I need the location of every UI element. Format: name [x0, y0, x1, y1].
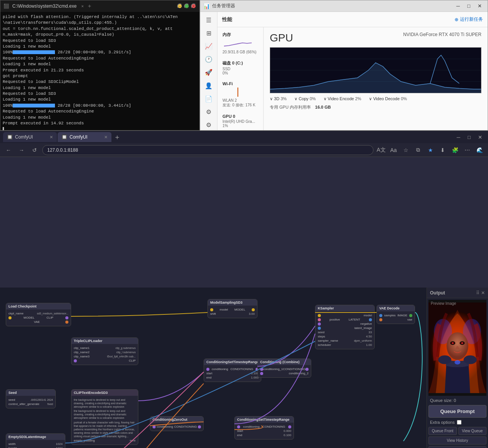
- cmd-line-14: Requested to load SD3: [3, 91, 197, 97]
- tab-2-label: ComfyUI: [70, 134, 88, 140]
- browser-window: 🔲 ComfyUI ✕ 🔲 ComfyUI ✕ ＋ ─ □ ✕ ← → ↺ A文…: [0, 131, 488, 448]
- browser-forward-btn[interactable]: →: [16, 145, 27, 155]
- node-triple-clip-loader[interactable]: TripleCLIPLoader clip_name1 clip_g subme…: [71, 337, 138, 365]
- taskmanager-perf-item-wifi[interactable]: Wi-Fi WLAN 2 发送: 0 接收: 176 K: [217, 78, 263, 111]
- queue-front-button[interactable]: Queue Front: [428, 427, 457, 435]
- gpu-stat-video-encode: ∨ Video Encode 2%: [324, 96, 361, 101]
- browser-downloads-btn[interactable]: ⬇: [437, 145, 448, 155]
- browser-favorites-btn[interactable]: ☆: [400, 145, 411, 155]
- node-empty-sd3-latent[interactable]: EmptySD3LatentImage width 1024 height 10…: [6, 433, 65, 448]
- tab-1-label: ComfyUI: [15, 134, 33, 140]
- wifi-sparkline: [222, 88, 253, 97]
- output-close-icon[interactable]: ✕: [481, 290, 485, 296]
- taskmanager-run-task[interactable]: ⊕ 运行新任务: [455, 16, 483, 23]
- browser-maximize-btn[interactable]: □: [464, 133, 474, 141]
- browser-more-btn[interactable]: ⋯: [462, 145, 473, 155]
- view-history-button[interactable]: View History: [428, 436, 486, 445]
- taskmanager-title: 任务管理器: [212, 3, 235, 9]
- extra-options-checkbox[interactable]: [457, 420, 461, 425]
- cmd-line-10: Prompt executed in 21.23 seconds: [3, 68, 197, 73]
- browser-tabs: 🔲 ComfyUI ✕ 🔲 ComfyUI ✕ ＋: [3, 132, 453, 142]
- browser-tab-2[interactable]: 🔲 ComfyUI ✕: [58, 132, 111, 142]
- taskmanager-perf-item-memory[interactable]: 内存 20.9/31.8 GB (66%): [217, 29, 263, 57]
- cmd-title: C:\Windows\system32\cmd.exe: [12, 3, 76, 9]
- comfy-canvas[interactable]: Load Checkpoint ckpt_name sd3_medium_saf…: [0, 288, 488, 448]
- taskmanager-sidebar-services[interactable]: ⚙: [203, 107, 215, 117]
- save-button[interactable]: Save: [428, 446, 486, 448]
- taskmanager-window: 📊 任务管理器 ─ □ ✕ ☰ ⊞ 📈 🕐 🚀 👤 📄 ⚙ ⚙ 性能 ⊕: [200, 0, 488, 131]
- cmd-line-18: Loading 1 new model: [3, 115, 197, 121]
- cmd-tab-close[interactable]: ×: [81, 4, 83, 8]
- taskmanager-sidebar-details[interactable]: 📄: [203, 94, 215, 104]
- output-drag-icon[interactable]: ⠿: [476, 290, 480, 296]
- browser-tab-1[interactable]: 🔲 ComfyUI ✕: [3, 132, 57, 142]
- cmd-titlebar: ⬛ C:\Windows\system32\cmd.exe × ＋ ─ □ ×: [0, 0, 199, 12]
- browser-titlebar-controls: ─ □ ✕: [453, 133, 485, 141]
- browser-url-bar[interactable]: [42, 145, 373, 155]
- cmd-line-8: Requested to load AutoencodingEngine: [3, 56, 197, 61]
- svg-point-16: [455, 360, 460, 364]
- new-tab-button[interactable]: ＋: [112, 132, 122, 142]
- taskmanager-sidebar-perf[interactable]: 📈: [203, 41, 215, 51]
- queue-prompt-button[interactable]: Queue Prompt: [428, 405, 486, 418]
- taskmanager-maximize-btn[interactable]: □: [464, 2, 474, 10]
- tab-1-close[interactable]: ✕: [50, 135, 53, 140]
- browser-reader-btn[interactable]: Aa: [388, 145, 399, 155]
- cmd-close-btn[interactable]: ×: [191, 3, 196, 9]
- svg-point-14: [452, 342, 453, 344]
- browser-split-view-btn[interactable]: ⧉: [413, 145, 423, 155]
- browser-favorites-bar-btn[interactable]: ★: [425, 145, 436, 155]
- gpu-stat-3d: ∨ 3D 3%: [270, 96, 287, 101]
- taskmanager-sidebar-overview[interactable]: ☰: [203, 15, 215, 25]
- node-conditioning-combine[interactable]: Conditioning (Combine) conditioning_1 CO…: [257, 359, 311, 378]
- tab-2-close[interactable]: ✕: [104, 135, 108, 140]
- gpu-big-label: GPU: [270, 32, 293, 44]
- output-header: Output ⠿ ✕: [427, 288, 488, 298]
- browser-back-btn[interactable]: ←: [3, 145, 14, 155]
- taskmanager-header: 性能 ⊕ 运行新任务: [217, 12, 488, 27]
- cmd-new-tab[interactable]: ＋: [87, 3, 92, 10]
- taskmanager-sidebar-history[interactable]: 🕐: [203, 55, 215, 64]
- taskmanager-perf-item-gpu0[interactable]: GPU 0 Intel(R) UHD Gra... 1%: [217, 111, 263, 130]
- browser-refresh-btn[interactable]: ↺: [29, 145, 40, 155]
- browser-extensions-btn[interactable]: 🧩: [450, 145, 460, 155]
- view-queue-button[interactable]: View Queue: [458, 427, 487, 435]
- taskmanager-sidebar-startup[interactable]: 🚀: [203, 68, 215, 78]
- node-seed[interactable]: Seed seed -8491280141 2624 control_after…: [6, 389, 56, 408]
- output-header-icons: ⠿ ✕: [476, 290, 485, 296]
- gpu-graph-svg: [270, 48, 481, 93]
- node-conditioning-set-range-2[interactable]: ConditioningSetTimestepRange conditionin…: [234, 416, 294, 440]
- taskmanager-sidebar-processes[interactable]: ⊞: [203, 28, 215, 38]
- cmd-minimize-btn[interactable]: ─: [177, 3, 183, 9]
- cmd-line-17: Requested to load AutoencodingEngine: [3, 109, 197, 114]
- browser-minimize-btn[interactable]: ─: [453, 133, 463, 141]
- taskmanager-left-panel: 内存 20.9/31.8 GB (66%) 磁盘 0 (C:) SSD 0% W…: [217, 27, 264, 130]
- taskmanager-sidebar-settings[interactable]: ⚙: [203, 120, 215, 130]
- node-ksampler[interactable]: KSampler model positive LATENT negat: [315, 305, 375, 349]
- gpu-stat-copy: ∨ Copy 0%: [294, 96, 316, 101]
- cmd-maximize-btn[interactable]: □: [184, 3, 189, 9]
- node-clip-text-encode-sd3[interactable]: CLIPTextEncodeSD3 the background is dest…: [71, 389, 138, 445]
- cmd-titlebar-controls: ─ □ ×: [177, 3, 196, 9]
- node-conditioning-zero-out[interactable]: ConditioningZeroOut conditioning CONDITI…: [150, 416, 204, 431]
- gpu-graph-area: [270, 47, 481, 93]
- node-model-sampling-sd3[interactable]: ModelSamplingSD3 model MODEL shift 3.00: [207, 299, 257, 318]
- browser-translate-btn[interactable]: A文: [376, 145, 387, 155]
- taskmanager-titlebar-controls: ─ □ ✕: [453, 2, 485, 10]
- taskmanager-titlebar-left: 📊 任务管理器: [203, 3, 235, 9]
- node-vae-decode[interactable]: VAE Decode samples IMAGE vae: [377, 305, 415, 324]
- taskmanager-perf-item-disk[interactable]: 磁盘 0 (C:) SSD 0%: [217, 57, 263, 78]
- browser-close-btn[interactable]: ✕: [475, 133, 485, 141]
- taskmanager-content: 内存 20.9/31.8 GB (66%) 磁盘 0 (C:) SSD 0% W…: [217, 27, 488, 130]
- cmd-line-4: n_mask=mask, dropout_p=0.0, is_causal=Fa…: [3, 32, 197, 38]
- taskmanager-close-btn[interactable]: ✕: [475, 2, 485, 10]
- cmd-line-19: Prompt executed in 14.92 seconds: [3, 121, 197, 126]
- cmd-line-2: \native\transformers\cuda\sdp_utils.cpp:…: [3, 20, 197, 26]
- taskmanager-sidebar-users[interactable]: 👤: [203, 81, 215, 91]
- cmd-line-12: Requested to load SD3ClipModel: [3, 79, 197, 85]
- browser-edge-icon[interactable]: 🌊: [474, 145, 485, 155]
- node-conditioning-set-range-1[interactable]: ConditioningSetTimestepRange conditionin…: [204, 359, 261, 382]
- node-load-checkpoint[interactable]: Load Checkpoint ckpt_name sd3_medium_saf…: [6, 303, 71, 326]
- svg-point-18: [464, 355, 477, 364]
- taskmanager-minimize-btn[interactable]: ─: [453, 2, 463, 10]
